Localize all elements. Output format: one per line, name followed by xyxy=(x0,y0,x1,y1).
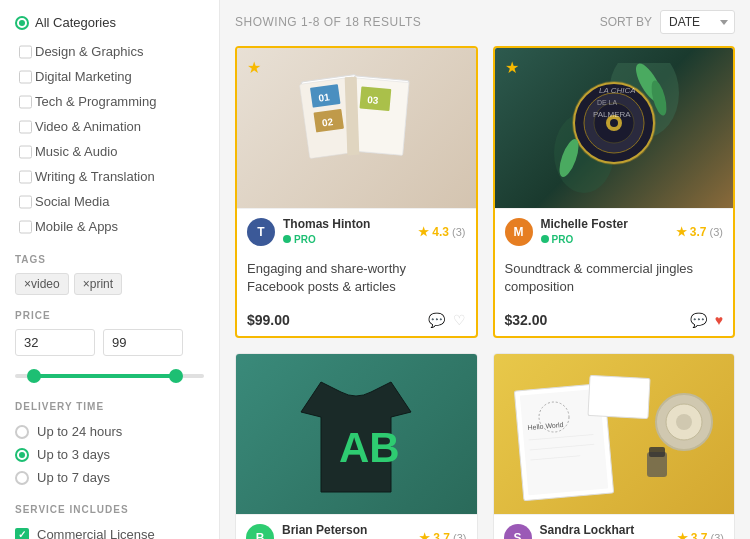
price-range xyxy=(15,329,204,356)
card-4-seller-info: Sandra Lockhart PRO xyxy=(540,523,669,539)
service-commercial[interactable]: Commercial License xyxy=(15,523,204,539)
delivery-section-label: DELIVERY TIME xyxy=(15,401,204,412)
card-4[interactable]: Hello World S xyxy=(493,353,736,539)
card-1-footer: $99.00 💬 ♡ xyxy=(237,312,476,336)
svg-text:03: 03 xyxy=(367,94,379,106)
svg-text:01: 01 xyxy=(318,91,331,104)
category-music[interactable]: Music & Audio xyxy=(15,139,204,164)
card-3-avatar: B xyxy=(246,524,274,539)
card-1-pro-badge: PRO xyxy=(283,234,316,245)
slider-thumb-min[interactable] xyxy=(27,369,41,383)
delivery-7days[interactable]: Up to 7 days xyxy=(15,466,204,489)
comment-icon-2[interactable]: 💬 xyxy=(690,312,707,328)
category-list: All Categories Design & Graphics Digital… xyxy=(15,10,204,239)
category-digital-marketing[interactable]: Digital Marketing xyxy=(15,64,204,89)
card-2-title: Soundtrack & commercial jingles composit… xyxy=(505,260,724,296)
sidebar: All Categories Design & Graphics Digital… xyxy=(0,0,220,539)
card-1-seller-name: Thomas Hinton xyxy=(283,217,410,231)
service-includes-list: Commercial License Multiple Revisions On… xyxy=(15,523,204,539)
main-content: SHOWING 1-8 OF 18 RESULTS SORT BY DATE P… xyxy=(220,0,750,539)
results-header: SHOWING 1-8 OF 18 RESULTS SORT BY DATE P… xyxy=(235,10,735,34)
category-mobile[interactable]: Mobile & Apps xyxy=(15,214,204,239)
book-illustration: 01 02 03 xyxy=(286,63,426,193)
radio-24h xyxy=(15,425,29,439)
card-4-avatar: S xyxy=(504,524,532,539)
card-4-rating: ★ 3.7 (3) xyxy=(677,531,724,539)
card-4-seller-name: Sandra Lockhart xyxy=(540,523,669,537)
delivery-24h[interactable]: Up to 24 hours xyxy=(15,420,204,443)
sort-select[interactable]: DATE PRICE RATING xyxy=(660,10,735,34)
card-1-seller-info: Thomas Hinton PRO xyxy=(283,217,410,246)
category-design[interactable]: Design & Graphics xyxy=(15,39,204,64)
card-2[interactable]: ★ LA CHICA DE LA xyxy=(493,46,736,338)
star-icon-2: ★ xyxy=(676,225,687,239)
card-3-seller-name: Brian Peterson xyxy=(282,523,411,537)
pro-dot-1 xyxy=(283,235,291,243)
card-1-title: Engaging and share-worthy Facebook posts… xyxy=(247,260,466,296)
tag-video[interactable]: ×video xyxy=(15,273,69,295)
svg-text:AB: AB xyxy=(339,424,400,471)
card-3-image: AB xyxy=(236,354,477,514)
results-count: SHOWING 1-8 OF 18 RESULTS xyxy=(235,15,421,29)
category-writing[interactable]: Writing & Translation xyxy=(15,164,204,189)
radio-all-categories xyxy=(15,16,29,30)
card-2-price: $32.00 xyxy=(505,312,548,328)
all-categories-label: All Categories xyxy=(35,15,116,30)
card-2-body: Soundtrack & commercial jingles composit… xyxy=(495,252,734,312)
card-1-body: Engaging and share-worthy Facebook posts… xyxy=(237,252,476,312)
card-1-seller: T Thomas Hinton PRO ★ 4.3 (3) xyxy=(237,208,476,252)
slider-fill xyxy=(34,374,176,378)
card-1-actions: 💬 ♡ xyxy=(428,312,466,328)
card-1-price: $99.00 xyxy=(247,312,290,328)
sort-row: SORT BY DATE PRICE RATING xyxy=(600,10,735,34)
radio-7days xyxy=(15,471,29,485)
card-3-seller-info: Brian Peterson PRO xyxy=(282,523,411,539)
card-2-pro-badge: PRO xyxy=(541,234,574,245)
category-tech[interactable]: Tech & Programming xyxy=(15,89,204,114)
card-2-seller-name: Michelle Foster xyxy=(541,217,668,231)
cards-grid: ★ 01 02 03 xyxy=(235,46,735,539)
checkbox-commercial xyxy=(15,528,29,540)
card-1-avatar: T xyxy=(247,218,275,246)
vinyl-illustration: LA CHICA DE LA PALMERA xyxy=(549,63,679,193)
card-2-rating: ★ 3.7 (3) xyxy=(676,225,723,239)
heart-icon-1[interactable]: ♡ xyxy=(453,312,466,328)
card-1[interactable]: ★ 01 02 03 xyxy=(235,46,478,338)
slider-thumb-max[interactable] xyxy=(169,369,183,383)
card-2-image: ★ LA CHICA DE LA xyxy=(495,48,734,208)
card-2-avatar: M xyxy=(505,218,533,246)
card-1-image: ★ 01 02 03 xyxy=(237,48,476,208)
heart-icon-2[interactable]: ♥ xyxy=(715,312,723,328)
sort-label: SORT BY xyxy=(600,15,652,29)
tshirt-illustration: AB xyxy=(291,362,421,507)
service-section-label: SERVICE INCLUDES xyxy=(15,504,204,515)
card-1-rating: ★ 4.3 (3) xyxy=(418,225,465,239)
tag-print[interactable]: ×print xyxy=(74,273,122,295)
svg-point-36 xyxy=(676,414,692,430)
card-2-footer: $32.00 💬 ♥ xyxy=(495,312,734,336)
card-2-seller-info: Michelle Foster PRO xyxy=(541,217,668,246)
star-icon-1: ★ xyxy=(418,225,429,239)
card-3[interactable]: AB B Brian Peterson PRO ★ 3.7 (3) xyxy=(235,353,478,539)
featured-star-1: ★ xyxy=(247,58,261,77)
card-2-seller: M Michelle Foster PRO ★ 3.7 (3) xyxy=(495,208,734,252)
card-3-seller: B Brian Peterson PRO ★ 3.7 (3) xyxy=(236,514,477,539)
svg-rect-32 xyxy=(588,375,650,418)
card-4-image: Hello World xyxy=(494,354,735,514)
delivery-3days[interactable]: Up to 3 days xyxy=(15,443,204,466)
price-slider[interactable] xyxy=(15,366,204,386)
svg-text:DE LA: DE LA xyxy=(597,99,618,106)
svg-text:PALMERA: PALMERA xyxy=(593,110,631,119)
svg-point-18 xyxy=(610,119,618,127)
delivery-options-list: Up to 24 hours Up to 3 days Up to 7 days xyxy=(15,420,204,489)
price-max-input[interactable] xyxy=(103,329,183,356)
comment-icon-1[interactable]: 💬 xyxy=(428,312,445,328)
category-all[interactable]: All Categories xyxy=(15,10,204,35)
category-social[interactable]: Social Media xyxy=(15,189,204,214)
category-video[interactable]: Video & Animation xyxy=(15,114,204,139)
tags-container: ×video ×print xyxy=(15,273,204,295)
featured-star-2: ★ xyxy=(505,58,519,77)
svg-text:02: 02 xyxy=(322,116,335,129)
price-min-input[interactable] xyxy=(15,329,95,356)
svg-text:LA CHICA: LA CHICA xyxy=(599,86,636,95)
